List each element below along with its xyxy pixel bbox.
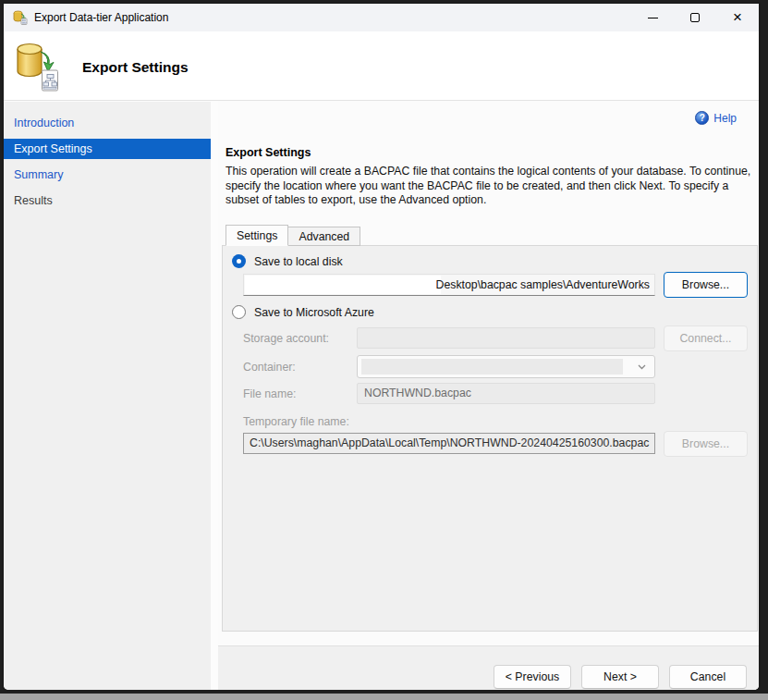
path-input-value: Desktop\bacpac samples\AdventureWorks bbox=[436, 275, 650, 295]
sidebar-item-results: Results bbox=[4, 190, 211, 211]
connect-button: Connect... bbox=[664, 325, 748, 351]
radio-selected-icon[interactable] bbox=[232, 254, 246, 268]
window-title: Export Data-tier Application bbox=[34, 11, 168, 24]
minimize-icon bbox=[648, 18, 658, 18]
tab-strip: Settings Advanced bbox=[226, 225, 360, 246]
cancel-button[interactable]: Cancel bbox=[669, 665, 747, 689]
local-disk-path-input[interactable]: Desktop\bacpac samples\AdventureWorks bbox=[243, 274, 655, 296]
file-name-label: File name: bbox=[243, 387, 296, 400]
help-label: Help bbox=[713, 112, 737, 125]
tab-settings[interactable]: Settings bbox=[226, 225, 288, 246]
container-dropdown bbox=[357, 355, 655, 378]
help-icon: ? bbox=[695, 111, 709, 125]
file-name-input: NORTHWND.bacpac bbox=[357, 383, 655, 404]
temporary-file-name-input[interactable]: C:\Users\maghan\AppData\Local\Temp\NORTH… bbox=[243, 433, 655, 454]
main-panel: ? Help Export Settings This operation wi… bbox=[218, 102, 759, 690]
container-label: Container: bbox=[243, 361, 296, 374]
browse-local-button[interactable]: Browse... bbox=[664, 272, 748, 298]
radio-unselected-icon[interactable] bbox=[232, 305, 246, 319]
minimize-button[interactable] bbox=[631, 4, 674, 31]
export-data-tier-application-window: Export Data-tier Application × bbox=[2, 2, 761, 692]
close-button[interactable]: × bbox=[716, 4, 759, 31]
previous-button[interactable]: < Previous bbox=[494, 665, 571, 689]
sidebar-item-introduction[interactable]: Introduction bbox=[4, 113, 211, 133]
wizard-steps-sidebar: Introduction Export Settings Summary Res… bbox=[4, 102, 211, 690]
maximize-button[interactable] bbox=[674, 4, 716, 31]
storage-account-label: Storage account: bbox=[243, 332, 329, 345]
storage-account-input bbox=[357, 327, 655, 349]
temporary-file-name-label: Temporary file name: bbox=[243, 415, 349, 428]
sidebar-item-summary[interactable]: Summary bbox=[4, 165, 211, 185]
save-to-local-disk-option[interactable]: Save to local disk bbox=[232, 254, 343, 268]
content-description: This operation will create a BACPAC file… bbox=[226, 165, 756, 208]
desktop-background-band bbox=[0, 694, 768, 700]
close-icon: × bbox=[733, 13, 742, 22]
maximize-icon bbox=[690, 13, 700, 22]
wizard-header: Export Settings bbox=[4, 31, 759, 101]
browse-temp-button: Browse... bbox=[664, 431, 748, 457]
save-to-local-disk-label: Save to local disk bbox=[254, 255, 343, 268]
content-heading: Export Settings bbox=[226, 146, 311, 159]
save-to-azure-label: Save to Microsoft Azure bbox=[254, 306, 374, 319]
footer-bar: < Previous Next > Cancel bbox=[218, 646, 759, 690]
sidebar-item-export-settings[interactable]: Export Settings bbox=[4, 139, 211, 159]
chevron-down-icon bbox=[638, 362, 646, 371]
database-export-icon bbox=[13, 10, 28, 25]
title-bar[interactable]: Export Data-tier Application × bbox=[4, 4, 759, 31]
settings-tab-panel: Save to local disk Desktop\bacpac sample… bbox=[222, 245, 758, 632]
sidebar-divider bbox=[211, 102, 218, 690]
save-to-azure-option[interactable]: Save to Microsoft Azure bbox=[232, 305, 374, 319]
help-link[interactable]: ? Help bbox=[695, 111, 737, 125]
tab-advanced[interactable]: Advanced bbox=[288, 227, 360, 246]
page-title: Export Settings bbox=[82, 59, 189, 76]
export-settings-header-icon bbox=[12, 40, 64, 96]
next-button[interactable]: Next > bbox=[581, 665, 659, 689]
container-dropdown-value bbox=[361, 359, 623, 375]
path-input-white-segment bbox=[245, 276, 441, 294]
